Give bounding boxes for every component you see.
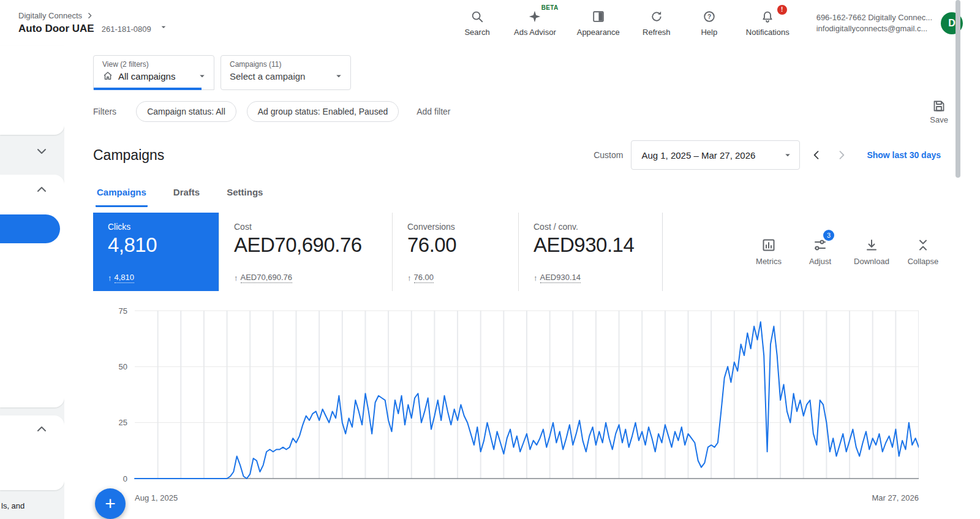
adjust-button[interactable]: 3 Adjust [801, 238, 839, 266]
vertical-gridlines [158, 311, 919, 479]
vertical-scrollbar-thumb[interactable] [956, 0, 960, 178]
appearance-icon [592, 10, 605, 23]
search-button[interactable]: Search [461, 10, 493, 37]
chevron-up-icon[interactable] [34, 422, 49, 436]
campaign-selector-label: Campaigns (11) [230, 60, 344, 69]
chevron-down-icon[interactable] [34, 144, 49, 159]
rail-panel-bottom [0, 415, 64, 490]
chart-tools: Metrics 3 Adjust Download [662, 213, 943, 291]
profile-email-line: infodigitallyconnects@gmail.c... [816, 23, 932, 34]
refresh-icon [650, 10, 663, 23]
y-axis-tick-labels: 0255075 [119, 306, 127, 483]
clicks-timeseries-svg: 0255075 Aug 1, 2025 Mar 27, 2026 [93, 303, 919, 506]
date-range-selector[interactable]: Aug 1, 2025 – Mar 27, 2026 [631, 140, 800, 170]
header-nav: Search BETA Ads Advisor Appearance Refr [461, 10, 790, 37]
filters-row: Filters Campaign status: All Ad group st… [93, 99, 980, 124]
save-button[interactable]: Save [930, 99, 948, 124]
up-arrow-icon: ↑ [407, 273, 412, 282]
date-range-value: Aug 1, 2025 – Mar 27, 2026 [641, 150, 755, 161]
profile-account-line: 696-162-7662 Digitally Connec... [816, 12, 932, 23]
add-campaign-fab[interactable]: + [95, 488, 126, 519]
next-period-button[interactable] [833, 146, 850, 164]
save-icon [932, 99, 946, 113]
google-ads-app: Digitally Connects Auto Door UAE 261-181… [0, 0, 980, 519]
view-selector-label: View (2 filters) [102, 60, 208, 69]
download-button[interactable]: Download [853, 238, 891, 266]
scorecard-conversions[interactable]: Conversions 76.00 ↑76.00 [392, 213, 518, 291]
breadcrumb[interactable]: Digitally Connects [18, 11, 82, 20]
page-header: Campaigns Custom Aug 1, 2025 – Mar 27, 2… [93, 140, 980, 170]
collapse-button[interactable]: Collapse [904, 238, 942, 266]
profile-text: 696-162-7662 Digitally Connec... infodig… [816, 12, 932, 34]
chevron-down-icon [197, 70, 208, 81]
svg-text:25: 25 [119, 418, 127, 427]
campaigns-tabs: Campaigns Drafts Settings [93, 183, 980, 207]
show-last-30-days-link[interactable]: Show last 30 days [867, 150, 941, 160]
timeseries-chart: 0255075 Aug 1, 2025 Mar 27, 2026 [93, 303, 980, 506]
chevron-down-icon [782, 150, 793, 161]
view-selector[interactable]: View (2 filters) All campaigns [93, 55, 214, 90]
date-range-group: Custom Aug 1, 2025 – Mar 27, 2026 Show l… [594, 140, 941, 170]
account-id: 261-181-0809 [102, 25, 151, 34]
scorecard-cost[interactable]: Cost AED70,690.76 ↑AED70,690.76 [219, 213, 392, 291]
view-selector-value: All campaigns [118, 71, 175, 81]
help-icon: ? [703, 10, 716, 23]
up-arrow-icon: ↑ [108, 273, 112, 282]
collapse-icon [916, 238, 930, 252]
appearance-button[interactable]: Appearance [577, 10, 620, 37]
active-nav-item-pill[interactable] [0, 214, 60, 243]
active-selector-underline [94, 88, 202, 90]
filter-chip-ad-group-status[interactable]: Ad group status: Enabled, Paused [247, 101, 399, 122]
tab-settings[interactable]: Settings [225, 183, 264, 207]
refresh-button[interactable]: Refresh [641, 10, 673, 37]
x-axis-end-label: Mar 27, 2026 [872, 493, 919, 502]
home-icon [102, 70, 113, 81]
tab-campaigns[interactable]: Campaigns [96, 183, 148, 207]
bell-icon [761, 10, 774, 23]
beta-badge: BETA [541, 4, 559, 11]
scorecards-row: Clicks 4,810 ↑4,810 Cost AED70,690.76 ↑A… [93, 213, 943, 291]
selector-row: View (2 filters) All campaigns Campaigns… [93, 55, 980, 90]
account-caret-icon [159, 22, 168, 32]
previous-period-button[interactable] [808, 146, 825, 164]
tab-drafts[interactable]: Drafts [172, 183, 201, 207]
metrics-icon [761, 238, 776, 252]
account-name: Auto Door UAE [18, 23, 94, 35]
search-icon [470, 10, 484, 23]
plus-icon: + [105, 493, 116, 514]
adjust-count-badge: 3 [823, 230, 834, 241]
filters-label: Filters [93, 107, 116, 116]
help-button[interactable]: ? Help [693, 10, 725, 37]
chevron-up-icon[interactable] [34, 182, 49, 197]
svg-text:75: 75 [119, 306, 127, 316]
main-content: View (2 filters) All campaigns Campaigns… [64, 46, 980, 519]
sparkle-icon [528, 10, 541, 23]
svg-text:50: 50 [119, 362, 127, 371]
rail-panel-middle [0, 175, 64, 407]
account-selector[interactable]: Auto Door UAE 261-181-0809 [18, 22, 221, 35]
x-axis-start-label: Aug 1, 2025 [135, 493, 178, 502]
notifications-button[interactable]: ! Notifications [746, 10, 790, 37]
ads-advisor-button[interactable]: BETA Ads Advisor [514, 10, 556, 37]
chevron-down-icon [333, 70, 344, 81]
page-title: Campaigns [93, 147, 164, 164]
rail-cut-off-text: ls, and [1, 501, 24, 510]
scorecard-cost-per-conv[interactable]: Cost / conv. AED930.14 ↑AED930.14 [518, 213, 662, 291]
download-icon [864, 238, 879, 252]
filter-chip-campaign-status[interactable]: Campaign status: All [136, 101, 236, 122]
up-arrow-icon: ↑ [533, 273, 538, 282]
top-app-bar: Digitally Connects Auto Door UAE 261-181… [0, 0, 980, 46]
rail-panel-top [0, 46, 64, 135]
svg-text:0: 0 [123, 474, 127, 483]
metrics-button[interactable]: Metrics [750, 238, 788, 266]
scorecard-clicks[interactable]: Clicks 4,810 ↑4,810 [93, 213, 219, 291]
campaign-selector[interactable]: Campaigns (11) Select a campaign [221, 55, 351, 90]
breadcrumb-chevron-icon [86, 12, 94, 20]
up-arrow-icon: ↑ [234, 273, 238, 282]
profile-block[interactable]: 696-162-7662 Digitally Connec... infodig… [816, 12, 963, 34]
notification-badge: ! [777, 5, 787, 15]
left-navigation-rail: ls, and [0, 46, 64, 519]
add-filter-button[interactable]: Add filter [417, 107, 450, 116]
save-label: Save [930, 115, 948, 124]
svg-text:?: ? [707, 13, 711, 20]
